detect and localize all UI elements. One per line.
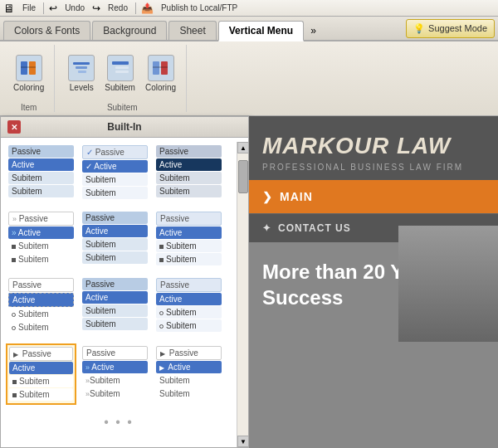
active-item: Active: [156, 158, 222, 171]
tabs-row: Colors & Fonts Background Sheet Vertical…: [0, 17, 498, 41]
subitem2: Subitem: [8, 253, 74, 265]
subitem2: Subitem: [82, 318, 148, 330]
style-card-10[interactable]: ▶ Passive Active Subitem Subitem: [6, 343, 76, 405]
scroll-thumb[interactable]: [238, 160, 248, 193]
suggest-mode-button[interactable]: 💡 Suggest Mode: [406, 19, 495, 38]
subitem2: »Subitem: [82, 387, 148, 400]
style-card-8[interactable]: Passive Active Subitem Subitem: [80, 275, 150, 337]
style-card-12[interactable]: ▶ Passive ▶ Active Subitem Subitem: [154, 343, 224, 405]
subitem1: Subitem: [156, 240, 222, 252]
suggest-icon: 💡: [413, 23, 425, 34]
nav-dot-icon: ✦: [262, 222, 271, 234]
levels-label: Levels: [70, 83, 94, 92]
subitem2: Subitem: [156, 253, 222, 265]
style-grid[interactable]: Passive Active Subitem Subitem ✓ Passive…: [1, 138, 237, 447]
subitem1: Subitem: [8, 172, 74, 184]
ribbon-subitem-coloring-button[interactable]: Coloring: [142, 51, 179, 95]
passive-item: Passive: [156, 278, 222, 292]
suggest-mode-label: Suggest Mode: [428, 23, 487, 33]
scroll-track: [237, 153, 248, 436]
preview-content: More than 20 Years of Success: [249, 242, 498, 327]
active-item: » Active: [82, 361, 148, 373]
style-card-1[interactable]: Passive Active Subitem Subitem: [6, 143, 76, 202]
subitem1: Subitem: [82, 304, 148, 317]
scrollbar[interactable]: ▲ ▼: [237, 142, 248, 447]
tabs-more[interactable]: »: [305, 22, 321, 40]
style-card-7[interactable]: Passive Active Subitem Subitem: [6, 275, 76, 337]
toolbar: 🖥 File ↩ Undo ↪ Redo 📤 Publish to Local/…: [0, 0, 498, 17]
built-in-label: Built-In: [107, 121, 141, 133]
passive-item: Passive: [82, 278, 148, 290]
passive-item: Passive: [82, 212, 148, 224]
more-styles-indicator: • • •: [6, 411, 232, 433]
style-card-2[interactable]: ✓ Passive ✓ Active Subitem Subitem: [80, 143, 150, 202]
publish-button[interactable]: Publish to Local/FTP: [159, 2, 240, 13]
subitem-icon: [107, 55, 134, 81]
style-row-1: Passive Active Subitem Subitem ✓ Passive…: [6, 143, 232, 202]
svg-rect-5: [78, 71, 86, 73]
toolbar-sep-2: [135, 2, 136, 14]
file-button[interactable]: File: [20, 2, 38, 13]
publish-icon: 📤: [141, 2, 154, 14]
passive-item: Passive: [156, 212, 222, 226]
svg-rect-7: [115, 66, 129, 69]
undo-icon: ↩: [49, 2, 57, 14]
svg-rect-8: [115, 71, 129, 73]
subitem1: Subitem: [82, 173, 148, 186]
toolbar-sep-1: [43, 2, 44, 14]
style-dropdown-panel: ✕ Built-In Passive Active Subitem Subite…: [0, 116, 249, 448]
ribbon-subitem-group: Levels Subitem Coloring Subitem: [58, 45, 187, 112]
ribbon-subitem-button[interactable]: Subitem: [101, 51, 139, 95]
ribbon-levels-button[interactable]: Levels: [65, 51, 98, 95]
tab-sheet[interactable]: Sheet: [168, 21, 216, 40]
style-card-6[interactable]: Passive Active Subitem Subitem: [154, 209, 224, 269]
subitem1: Subitem: [156, 374, 222, 387]
subitem-coloring-label: Coloring: [145, 83, 176, 92]
nav-arrow-icon: ❯: [262, 190, 273, 203]
scroll-up-button[interactable]: ▲: [237, 142, 249, 153]
svg-rect-2: [21, 66, 36, 68]
app-icon: 🖥: [3, 2, 15, 15]
tab-colors-fonts[interactable]: Colors & Fonts: [3, 21, 90, 40]
ribbon-coloring-button[interactable]: Coloring: [10, 51, 47, 95]
style-card-4[interactable]: » Passive » Active Subitem Subitem: [6, 209, 76, 269]
style-card-5[interactable]: Passive Active Subitem Subitem: [80, 209, 150, 269]
subitem2: Subitem: [8, 185, 74, 197]
passive-item: ▶ Passive: [9, 347, 73, 361]
subitem1: Subitem: [156, 306, 222, 319]
nav-main-item: ❯ MAIN: [249, 180, 498, 213]
scroll-down-button[interactable]: ▼: [237, 436, 249, 447]
person-image: [398, 226, 498, 342]
style-card-11[interactable]: Passive » Active »Subitem »Subitem: [80, 343, 150, 405]
passive-item: Passive: [8, 278, 74, 292]
subitem-group-label: Subitem: [107, 101, 138, 112]
style-row-3: Passive Active Subitem Subitem Passive A…: [6, 275, 232, 337]
active-item: Active: [82, 291, 148, 304]
close-button[interactable]: ✕: [7, 120, 21, 134]
svg-rect-4: [76, 66, 87, 69]
subitem2: Subitem: [82, 251, 148, 264]
active-item: Active: [156, 293, 222, 305]
active-item: Active: [9, 362, 73, 374]
preview-header: MARKOUR LAW PROFESSIONAL BUSINESS LAW FI…: [249, 116, 498, 180]
tab-vertical-menu[interactable]: Vertical Menu: [218, 21, 304, 41]
subitem1: »Subitem: [82, 374, 148, 387]
redo-button[interactable]: Redo: [105, 2, 130, 13]
subitem1: Subitem: [8, 240, 74, 252]
subitem2: Subitem: [156, 185, 222, 197]
active-item: Active: [156, 226, 222, 239]
passive-item: ✓ Passive: [82, 145, 148, 159]
coloring-label: Coloring: [13, 83, 44, 92]
subitem-coloring-icon: [148, 55, 174, 81]
svg-rect-6: [112, 61, 129, 65]
subitem2: Subitem: [82, 187, 148, 199]
passive-item: ▶ Passive: [156, 346, 222, 360]
subitem1: Subitem: [9, 375, 73, 387]
style-card-3[interactable]: Passive Active Subitem Subitem: [154, 143, 224, 202]
tab-background[interactable]: Background: [92, 21, 167, 40]
active-item: Active: [8, 293, 74, 307]
item-group-label: Item: [21, 101, 37, 112]
undo-button[interactable]: Undo: [62, 2, 87, 13]
style-card-9[interactable]: Passive Active Subitem Subitem: [154, 275, 224, 337]
style-row-2: » Passive » Active Subitem Subitem Passi…: [6, 209, 232, 269]
